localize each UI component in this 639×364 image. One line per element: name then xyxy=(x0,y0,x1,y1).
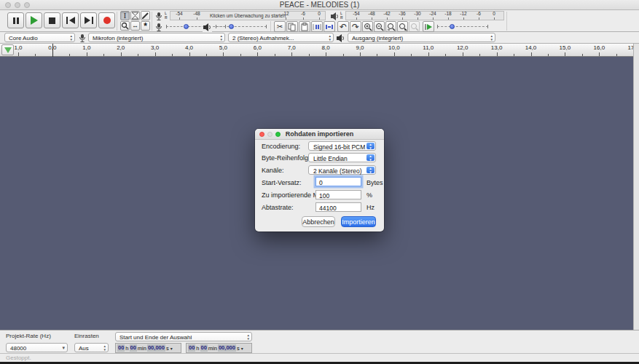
import-amount-input[interactable]: 100 xyxy=(315,190,361,199)
play-at-speed-button[interactable] xyxy=(423,21,434,32)
input-device-mic-icon xyxy=(78,33,87,43)
play-speed-thumb[interactable] xyxy=(450,24,455,29)
play-volume-slider[interactable] xyxy=(216,24,267,29)
recording-channels-select[interactable]: 2 (Stereo) Aufnahmek...▴▾ xyxy=(228,33,334,42)
pencil-icon xyxy=(141,12,149,20)
output-device-speaker-icon xyxy=(336,33,345,43)
skip-start-icon xyxy=(69,17,75,24)
play-volume-speaker-icon xyxy=(203,23,212,32)
skip-to-end-button[interactable] xyxy=(80,12,97,28)
meter-tick-label: -12 xyxy=(460,11,466,16)
audio-host-select[interactable]: Core Audio▴▾ xyxy=(4,33,75,42)
scissors-icon: ✂ xyxy=(277,23,283,31)
timeline-ruler[interactable]: 1,00,01,02,03,04,05,06,07,08,09,010,011,… xyxy=(0,44,639,57)
magnifier-icon xyxy=(121,22,129,30)
chevron-down-icon[interactable]: ▾ xyxy=(241,346,243,351)
selection-tool-button[interactable]: I xyxy=(120,11,130,20)
ruler-label: 5,0 xyxy=(219,44,227,51)
byte-order-select[interactable]: Little Endian▲▼ xyxy=(308,153,376,162)
envelope-tool-button[interactable] xyxy=(130,11,140,20)
dialog-title-bar: Rohdaten importieren xyxy=(255,129,384,140)
ruler-label: 11,0 xyxy=(423,44,434,51)
project-rate-select[interactable]: 48000▾ xyxy=(6,343,68,352)
ruler-label: 4,0 xyxy=(185,44,193,51)
chevron-down-icon: ▾ xyxy=(62,345,65,351)
encoding-label: Encodierung: xyxy=(262,143,300,150)
zoom-tool-button[interactable] xyxy=(120,21,130,31)
encoding-select[interactable]: Signed 16-bit PCM▲▼ xyxy=(308,141,376,151)
stepper-icon: ▲▼ xyxy=(366,154,375,161)
input-device-select[interactable]: Mikrofon (integriert)▴▾ xyxy=(88,33,225,42)
ruler-label: 12,0 xyxy=(457,44,469,51)
zoom-toggle-button[interactable] xyxy=(409,21,420,32)
play-meter-speaker-icon xyxy=(330,12,339,21)
meter-tick-label: -54 xyxy=(176,11,182,16)
ruler-label: 7,0 xyxy=(288,44,296,51)
record-volume-mic-icon xyxy=(154,23,163,32)
audacity-window: PEACE - MELODIES (1) I ↔ * LR Klicken um… xyxy=(0,0,639,364)
channels-select[interactable]: 2 Kanäle (Stereo)▲▼ xyxy=(308,165,376,175)
zoom-fit-button[interactable] xyxy=(397,21,408,32)
record-icon xyxy=(103,17,111,24)
ruler-label: 1,0 xyxy=(14,44,22,51)
zoom-selection-button[interactable] xyxy=(385,21,396,32)
play-button[interactable] xyxy=(26,12,42,28)
envelope-icon xyxy=(131,12,139,20)
meter-tick-label: -18 xyxy=(444,11,451,16)
undo-button[interactable]: ↶ xyxy=(337,21,349,32)
stepper-icon: ▲▼ xyxy=(366,143,375,149)
output-device-select[interactable]: Ausgang (integriert)▴▾ xyxy=(348,33,495,42)
multi-tool-button[interactable]: * xyxy=(141,21,150,31)
trim-audio-button[interactable] xyxy=(311,21,323,32)
meter-tick-label: -36 xyxy=(399,11,405,16)
cut-button[interactable]: ✂ xyxy=(274,21,286,32)
timeline-options-button[interactable] xyxy=(1,44,14,55)
paste-button[interactable] xyxy=(299,21,310,32)
window-title: PEACE - MELODIES (1) xyxy=(0,1,639,9)
pause-button[interactable] xyxy=(7,12,24,28)
selection-end-field[interactable]: 00h 00min 00,000s ▾ xyxy=(186,343,252,353)
vertical-scrollbar[interactable] xyxy=(633,44,639,330)
arrows-lr-icon: ↔ xyxy=(132,23,138,29)
start-offset-unit: Bytes xyxy=(366,179,383,186)
stepper-icon: ▴▾ xyxy=(220,34,222,41)
sample-rate-label: Abtastrate: xyxy=(262,204,294,211)
zoom-out-button[interactable] xyxy=(374,21,385,32)
copy-button[interactable] xyxy=(286,21,298,32)
asterisk-icon: * xyxy=(144,22,147,31)
recording-meter[interactable]: Klicken um Überwachung zu starten -54-48… xyxy=(170,11,326,20)
snap-label: Einrasten xyxy=(74,333,99,339)
redo-icon: ↷ xyxy=(352,23,359,31)
stepper-icon: ▴▾ xyxy=(247,333,249,341)
undo-icon: ↶ xyxy=(340,23,347,31)
record-volume-thumb[interactable] xyxy=(184,24,189,29)
draw-tool-button[interactable] xyxy=(141,11,150,20)
copy-icon xyxy=(288,23,297,31)
selection-mode-select[interactable]: Start und Ende der Auswahl▴▾ xyxy=(115,332,252,341)
stop-button[interactable] xyxy=(44,12,60,28)
sample-rate-input[interactable]: 44100 xyxy=(315,202,361,212)
ruler-label: 10,0 xyxy=(388,44,400,51)
ruler-label: 6,0 xyxy=(254,44,262,51)
chevron-down-icon[interactable]: ▾ xyxy=(170,346,173,351)
channels-label: Kanäle: xyxy=(262,167,284,174)
cancel-button[interactable]: Abbrechen xyxy=(302,216,335,227)
silence-audio-button[interactable] xyxy=(324,21,335,32)
selection-start-field[interactable]: 00h 00min 00,000s ▾ xyxy=(115,343,181,353)
zoom-in-button[interactable] xyxy=(362,21,373,32)
playback-meter[interactable]: -54-48-42-36-30-24-18-12-60 xyxy=(345,11,504,20)
play-volume-thumb[interactable] xyxy=(229,24,234,29)
snap-select[interactable]: Aus▴▾ xyxy=(74,343,109,352)
timeshift-tool-button[interactable]: ↔ xyxy=(130,21,140,31)
zoom-in-icon xyxy=(364,23,372,31)
pause-icon xyxy=(13,17,15,24)
meter-tick-label: -24 xyxy=(429,11,436,16)
play-speed-slider[interactable] xyxy=(437,24,488,29)
stop-icon xyxy=(49,17,55,24)
start-offset-input[interactable]: 0 xyxy=(315,177,361,186)
redo-button[interactable]: ↷ xyxy=(350,21,361,32)
import-button[interactable]: Importieren xyxy=(341,216,376,227)
record-button[interactable] xyxy=(98,12,115,28)
ruler-label: 2,0 xyxy=(117,44,125,51)
skip-to-start-button[interactable] xyxy=(62,12,79,28)
